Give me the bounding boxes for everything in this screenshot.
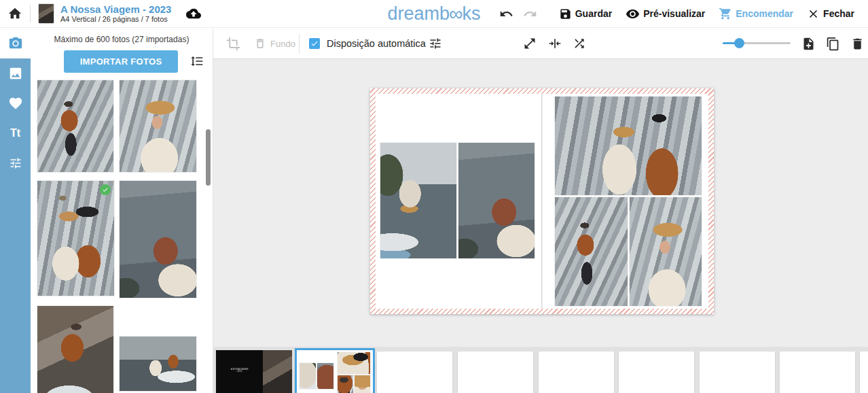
shuffle-photos-icon[interactable]	[573, 28, 586, 59]
mini-photo	[300, 363, 316, 389]
cover-photo	[263, 350, 292, 393]
mini-photo	[338, 352, 370, 374]
logo-text: dreamb	[387, 3, 450, 24]
sort-icon[interactable]	[190, 54, 204, 68]
undo-icon[interactable]	[499, 7, 513, 21]
zoom-slider-knob[interactable]	[734, 38, 744, 48]
crop-icon[interactable]	[226, 28, 240, 59]
page-thumb-empty[interactable]	[780, 352, 855, 393]
tab-layouts[interactable]	[0, 58, 31, 88]
text-icon: Tt	[10, 127, 20, 139]
save-button[interactable]: Guardar	[552, 0, 619, 27]
photo-thumbnail-woman-lakeside[interactable]	[120, 181, 196, 298]
top-bar-actions: Guardar Pré-visualizar Encomendar Fechar	[499, 0, 861, 27]
duplicate-page-icon[interactable]	[826, 28, 840, 59]
tab-text[interactable]: Tt	[0, 118, 31, 148]
spread-photo-couple-marble-quarry[interactable]	[555, 97, 702, 195]
save-icon	[559, 7, 572, 20]
photo-thumbnail-woman-hat-portrait[interactable]	[120, 80, 196, 172]
page-thumb-empty[interactable]	[700, 352, 775, 393]
spread-photo-woman-lakeside[interactable]	[458, 143, 535, 258]
layout-settings-icon[interactable]	[429, 28, 442, 59]
logo-text: ks	[463, 3, 481, 24]
tab-photos[interactable]	[0, 28, 31, 58]
add-page-icon[interactable]	[801, 28, 816, 59]
save-label: Guardar	[575, 8, 612, 19]
page-thumb-empty[interactable]	[377, 352, 452, 393]
top-bar-left: A Nossa Viagem - 2023 A4 Vertical / 26 p…	[0, 0, 204, 27]
page-thumb-empty[interactable]	[539, 352, 614, 393]
home-icon[interactable]	[0, 6, 30, 21]
logo-infinity-glyph: ∞	[449, 4, 463, 24]
delete-background-button[interactable]: Fundo	[254, 28, 295, 59]
order-button[interactable]: Encomendar	[712, 0, 800, 27]
close-icon	[807, 7, 820, 20]
book-spread[interactable]	[370, 88, 714, 314]
page-thumb-empty[interactable]	[860, 352, 868, 393]
photo-thumbnail-selfie-couple[interactable]	[37, 181, 114, 296]
cart-icon	[719, 7, 732, 20]
cover-title-line2: - 2023 -	[228, 371, 251, 373]
collapse-horizontal-icon[interactable]	[548, 28, 562, 59]
sliders-icon	[9, 156, 22, 170]
cloud-sync-icon	[183, 6, 204, 21]
divider	[30, 5, 31, 22]
spread-photo-man-leaning-rocks[interactable]	[555, 197, 628, 306]
image-icon	[8, 66, 23, 81]
spread-pages	[376, 94, 708, 309]
page-thumb-empty[interactable]	[458, 352, 533, 393]
auto-layout-label: Disposição automática	[327, 38, 426, 49]
eye-icon	[626, 7, 640, 21]
background-label: Fundo	[270, 39, 295, 49]
photos-panel: Máximo de 600 fotos (27 importadas) IMPO…	[31, 28, 213, 393]
project-subtitle: A4 Vertical / 26 páginas / 7 fotos	[60, 15, 171, 24]
photo-used-badge	[100, 184, 111, 195]
page-thumb-current-spread[interactable]	[295, 348, 375, 393]
mini-photo	[355, 375, 370, 393]
trash-outline-icon	[254, 37, 266, 50]
editor-toolbar: Fundo Disposição automática	[213, 28, 868, 59]
order-label: Encomendar	[736, 8, 793, 19]
photo-thumbnail-couple-with-boat[interactable]	[120, 337, 196, 391]
page-thumb-empty[interactable]	[619, 352, 694, 393]
project-thumbnail	[39, 4, 54, 23]
pages-strip: A NOSSA VIAGEM - 2023 -	[213, 347, 868, 393]
swap-diagonal-icon[interactable]	[523, 28, 537, 59]
project-titles: A Nossa Viagem - 2023 A4 Vertical / 26 p…	[60, 3, 171, 24]
mini-photo	[338, 375, 353, 393]
zoom-slider[interactable]	[723, 28, 791, 59]
close-label: Fechar	[823, 8, 854, 19]
photo-thumbnail-man-in-boat-cave[interactable]	[37, 306, 113, 393]
redo-icon[interactable]	[523, 7, 537, 21]
photo-limit-text: Máximo de 600 fotos (27 importadas)	[31, 35, 213, 44]
spread-photo-woman-hat-portrait[interactable]	[630, 197, 702, 306]
toolbar-divider	[299, 33, 300, 54]
tab-favorites[interactable]	[0, 88, 31, 118]
cover-title-text: A NOSSA VIAGEM - 2023 -	[228, 368, 251, 373]
sidebar-tabs: Tt	[0, 28, 31, 393]
mini-photo	[317, 363, 333, 389]
auto-layout-checkbox[interactable]	[309, 38, 320, 49]
canvas-area	[213, 59, 868, 347]
close-button[interactable]: Fechar	[800, 0, 861, 27]
panel-scrollbar[interactable]	[206, 129, 211, 186]
import-photos-button[interactable]: IMPORTAR FOTOS	[64, 50, 178, 73]
preview-button[interactable]: Pré-visualizar	[619, 0, 712, 27]
camera-icon	[8, 36, 23, 51]
auto-layout-toggle[interactable]: Disposição automática	[309, 28, 426, 59]
heart-icon	[8, 96, 23, 111]
project-title: A Nossa Viagem - 2023	[60, 3, 171, 15]
photo-thumbnail-man-leaning-rocks[interactable]	[37, 80, 113, 172]
spread-photo-woman-reaching-from-boat[interactable]	[380, 143, 456, 258]
delete-page-icon[interactable]	[850, 28, 865, 59]
top-bar: A Nossa Viagem - 2023 A4 Vertical / 26 p…	[0, 0, 868, 28]
spread-fold-line	[541, 94, 543, 309]
preview-label: Pré-visualizar	[643, 8, 705, 19]
tab-settings[interactable]	[0, 148, 31, 178]
page-thumb-cover[interactable]: A NOSSA VIAGEM - 2023 -	[216, 350, 292, 393]
